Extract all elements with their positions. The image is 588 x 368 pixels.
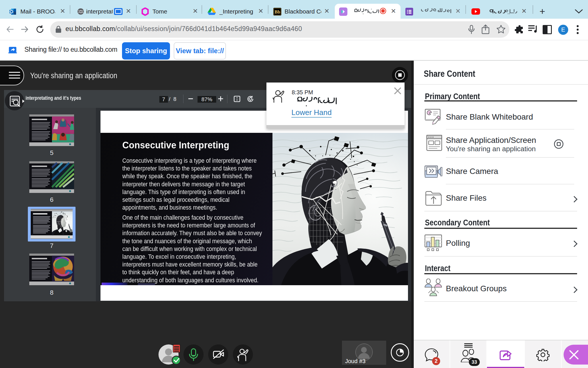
svg-text:Bb: Bb (274, 9, 280, 14)
